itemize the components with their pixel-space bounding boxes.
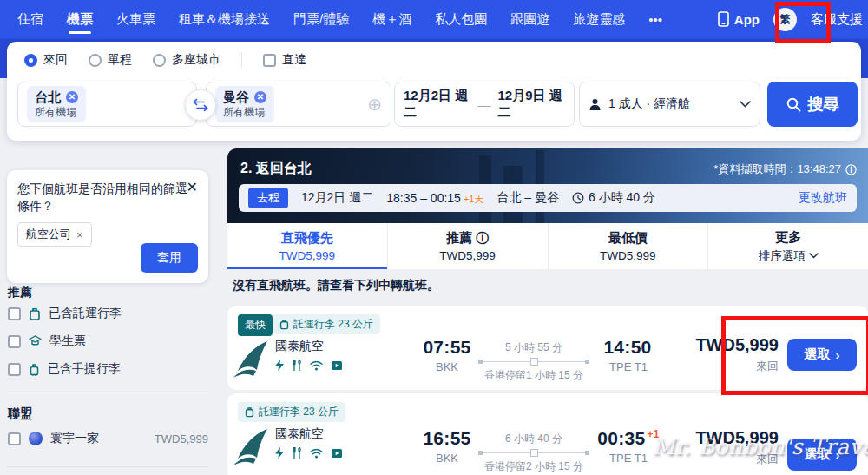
filter-oneworld[interactable]: 寰宇一家 TWD5,999	[8, 431, 208, 446]
filter-label: 寰宇一家	[50, 431, 99, 446]
nav-private-tours[interactable]: 私人包團	[435, 2, 487, 37]
nav-trains[interactable]: 火車票	[116, 2, 155, 37]
filter-carryover-card: 您下個航班是否沿用相同的篩選條件？ ✕ 航空公司 × 套用	[7, 170, 208, 283]
nav-flight-hotel[interactable]: 機＋酒	[372, 2, 411, 37]
nav-hotels[interactable]: 住宿	[17, 2, 43, 37]
baggage-badge: 託運行李 23 公斤	[273, 314, 380, 334]
destination-sub: 所有機場	[223, 107, 266, 119]
nav-attractions[interactable]: 門票/體驗	[293, 2, 349, 37]
tab-label: 更多	[775, 229, 801, 246]
outbound-route: 台北 – 曼谷	[496, 190, 559, 206]
checkbox-icon[interactable]	[8, 335, 21, 348]
tab-label: 直飛優先	[281, 230, 333, 247]
swap-cities-button[interactable]	[185, 89, 216, 121]
stopover-marker	[530, 449, 538, 457]
date-range-field[interactable]: 12月2日 週二 — 12月9日 週二	[394, 82, 575, 127]
destination-field[interactable]: 曼谷 ✕ 所有機場 ⊕	[206, 82, 391, 127]
arrival-time: 00:35+1	[589, 428, 667, 449]
radio-icon[interactable]	[89, 54, 102, 67]
direct-label: 直達	[282, 52, 306, 68]
filter-label: 已含託運行李	[49, 306, 122, 321]
search-button[interactable]: 搜尋	[767, 82, 858, 127]
tab-price: TWD5,999	[279, 249, 336, 262]
fastest-badge: 最快	[238, 314, 273, 336]
step-title: 2. 返回台北	[240, 160, 312, 178]
filter-carry-on[interactable]: 已含手提行李	[8, 361, 208, 377]
info-icon[interactable]	[845, 164, 857, 175]
select-label: 選取	[805, 446, 831, 463]
outbound-time: 18:35 – 00:15+1天	[386, 191, 483, 206]
tab-direct-first[interactable]: 直飛優先 TWD5,999	[227, 223, 388, 269]
nav-inspiration[interactable]: 旅遊靈感	[573, 2, 625, 37]
checkbox-icon[interactable]	[8, 307, 21, 320]
checkbox-icon[interactable]	[263, 54, 276, 67]
tab-more-sort[interactable]: 更多 排序選項	[708, 223, 868, 269]
cathay-pacific-logo	[233, 428, 269, 466]
radio-icon[interactable]	[153, 54, 166, 67]
outbound-badge: 去程	[248, 188, 288, 208]
remove-origin-icon[interactable]: ✕	[66, 91, 78, 103]
arrival-block: 14:50 TPE T1	[589, 337, 667, 373]
trip-type-roundtrip[interactable]: 來回	[24, 52, 68, 68]
tab-recommended[interactable]: 推薦 ⓘ TWD5,999	[388, 223, 549, 269]
remove-destination-icon[interactable]: ✕	[254, 91, 266, 103]
filter-checked-baggage[interactable]: 已含託運行李	[8, 306, 208, 321]
trip-type-multicity[interactable]: 多座城市	[153, 52, 220, 68]
apply-button[interactable]: 套用	[141, 243, 198, 273]
select-flight-button[interactable]: 選取 ›	[787, 439, 857, 471]
language-button[interactable]: 繁	[773, 8, 797, 31]
flight-duration: 6 小時 40 分	[473, 432, 595, 446]
chevron-right-icon: ›	[836, 447, 840, 462]
checked-baggage-icon	[279, 319, 289, 330]
tab-label: 推薦 ⓘ	[446, 230, 489, 247]
passengers-field[interactable]: 1 成人 · 經濟艙	[579, 82, 760, 127]
filter-student-ticket[interactable]: 學生票	[8, 333, 208, 349]
destination-city: 曼谷	[223, 89, 249, 104]
return-leg-banner: 2. 返回台北 *資料擷取時間：13:48:27 去程 12月2日 週二 18:…	[227, 148, 868, 223]
filter-carryover-question: 您下個航班是否沿用相同的篩選條件？	[17, 181, 187, 214]
checkbox-icon[interactable]	[8, 432, 21, 445]
trip-type-row: 來回 單程 多座城市 直達	[24, 52, 306, 68]
trip-type-tag: 來回	[695, 359, 779, 374]
flight-duration: 5 小時 55 分	[473, 340, 595, 355]
change-flight-link[interactable]: 更改航班	[799, 190, 847, 206]
meal-icon	[292, 447, 302, 459]
flight-card-2[interactable]: 託運行李 23 公斤 國泰航空 16:55 BKK 6 小時 40 分 香港停留…	[227, 393, 868, 475]
checkbox-icon[interactable]	[8, 363, 21, 376]
flight-card-1[interactable]: 最快 託運行李 23 公斤 國泰航空 07:55 BKK 5 小時 55 分 香	[227, 306, 868, 390]
add-destination-icon[interactable]: ⊕	[367, 96, 382, 113]
alliance-heading: 聯盟	[8, 406, 32, 422]
outbound-duration: 6 小時 40 分	[572, 190, 655, 206]
chevron-down-icon	[809, 253, 819, 259]
depart-date: 12月2日 週二	[404, 88, 471, 121]
select-label: 選取	[805, 346, 831, 363]
remove-chip-icon[interactable]: ×	[76, 228, 83, 241]
arrival-airport: TPE T1	[589, 360, 667, 373]
trip-type-oneway[interactable]: 單程	[89, 52, 132, 68]
nav-group-tours[interactable]: 跟團遊	[510, 2, 549, 37]
tab-lowest-price[interactable]: 最低價 TWD5,999	[549, 223, 709, 269]
direct-only-checkbox[interactable]: 直達	[263, 52, 306, 68]
select-flight-button[interactable]: 選取 ›	[787, 339, 857, 371]
radio-selected-icon[interactable]	[24, 54, 37, 67]
nav-flights[interactable]: 機票	[67, 2, 93, 37]
oneworld-icon	[29, 432, 43, 445]
destination-chip[interactable]: 曼谷 ✕ 所有機場	[215, 86, 274, 122]
power-icon	[275, 360, 284, 371]
close-icon[interactable]: ✕	[187, 179, 198, 195]
baggage-badge-label: 託運行李 23 公斤	[259, 405, 339, 419]
app-link[interactable]: App	[718, 11, 760, 27]
nav-more-ellipsis[interactable]: •••	[648, 3, 662, 36]
arrival-time-text: 00:35	[597, 428, 645, 448]
header-right: App 繁 客服支援	[718, 0, 868, 38]
price-block: TWD5,999 來回	[695, 335, 779, 374]
airline-filter-chip[interactable]: 航空公司 ×	[17, 222, 92, 247]
origin-field[interactable]: 台北 ✕ 所有機場	[17, 82, 197, 127]
nav-cars-transfers[interactable]: 租車＆機場接送	[179, 2, 270, 37]
arrival-airport: TPE T1	[589, 452, 667, 465]
support-link[interactable]: 客服支援	[811, 11, 863, 28]
checked-baggage-icon	[245, 406, 254, 418]
origin-chip[interactable]: 台北 ✕ 所有機場	[27, 86, 86, 122]
origin-sub: 所有機場	[35, 107, 78, 119]
plus-one-indicator: +1	[647, 428, 659, 440]
